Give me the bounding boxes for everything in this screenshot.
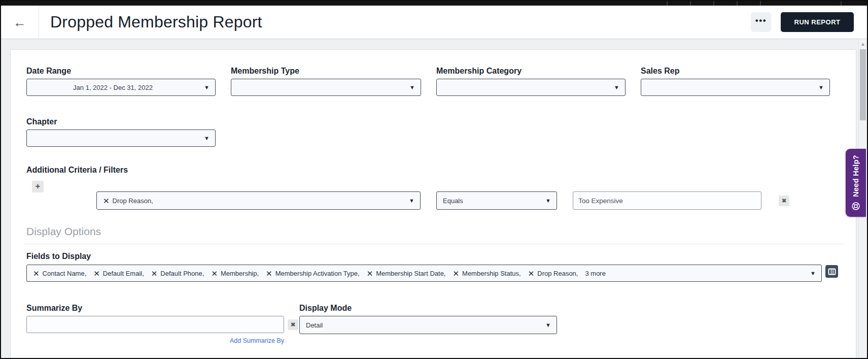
field-chip[interactable]: ✕ Membership Status, [453,270,520,277]
chevron-down-icon: ▼ [545,322,551,328]
summarize-by-input[interactable] [26,316,284,333]
remove-field-icon[interactable]: ✕ [33,270,40,277]
date-range-value: Jan 1, 2022 - Dec 31, 2022 [73,84,153,91]
criteria-field-select[interactable]: ✕ Drop Reason, ▼ [96,191,421,210]
field-chip[interactable]: ✕ Drop Reason, [528,270,578,277]
membership-type-select[interactable]: ▼ [231,79,421,96]
remove-field-icon[interactable]: ✕ [266,270,272,277]
back-arrow-icon: ← [13,16,26,29]
remove-field-icon[interactable]: ✕ [211,270,218,277]
chevron-down-icon: ▼ [614,84,619,90]
criteria-operator-select[interactable]: Equals ▼ [436,191,557,210]
tab-separator [713,1,714,6]
field-chip[interactable]: ✕ Membership Start Date, [367,270,446,277]
remove-criteria-row-button[interactable]: ✖ [779,195,789,206]
chapter-select[interactable]: ▼ [26,129,216,147]
date-range-label: Date Range [26,67,71,76]
fields-to-display-label: Fields to Display [26,252,91,261]
need-help-label: Need Help? [852,155,860,197]
tab-separator [737,1,738,6]
chevron-down-icon: ▼ [409,84,415,90]
add-summarize-by-link[interactable]: Add Summarize By [26,337,284,344]
field-chip[interactable]: ✕ Membership Activation Type, [266,270,360,277]
tab-separator [667,1,668,6]
sales-rep-label: Sales Rep [641,67,679,76]
sales-rep-select[interactable]: ▼ [641,79,830,96]
close-icon: ✖ [291,322,295,328]
chevron-down-icon: ▼ [818,84,824,90]
remove-field-icon[interactable]: ✕ [93,270,100,277]
tab-separator [690,1,691,6]
display-mode-label: Display Mode [299,304,352,313]
remove-criteria-field-icon[interactable]: ✕ [103,197,110,205]
section-divider [24,244,844,244]
remove-field-icon[interactable]: ✕ [151,270,158,277]
report-criteria-panel: Date Range Jan 1, 2022 - Dec 31, 2022 ▼ … [10,49,856,359]
browser-edge-bar [1,1,867,6]
additional-criteria-label: Additional Criteria / Filters [26,166,128,175]
page-title: Dropped Membership Report [50,13,262,31]
more-fields-indicator: 3 more [585,270,605,277]
criteria-operator-value: Equals [443,197,463,205]
field-chip[interactable]: ✕ Membership, [211,270,259,277]
date-range-select[interactable]: Jan 1, 2022 - Dec 31, 2022 ▼ [26,79,216,96]
ellipsis-icon: ••• [755,21,767,24]
display-mode-value: Detail [306,321,323,329]
field-chip[interactable]: ✕ Default Email, [93,270,144,277]
app-window: ← Dropped Membership Report ••• RUN REPO… [0,0,868,359]
run-report-button[interactable]: RUN REPORT [781,12,854,32]
more-options-button[interactable]: ••• [751,12,771,32]
chapter-label: Chapter [26,117,57,126]
plus-icon: + [36,182,40,191]
remove-field-icon[interactable]: ✕ [453,270,459,277]
criteria-field-value: Drop Reason, [113,197,153,205]
remove-field-icon[interactable]: ✕ [528,270,535,277]
tab-separator [841,1,842,6]
chevron-down-icon: ▼ [204,135,210,141]
chevron-down-icon: ▼ [810,270,816,276]
close-icon: ✖ [782,198,786,204]
chevron-down-icon: ▼ [204,84,210,90]
display-options-heading: Display Options [26,225,101,238]
field-chip[interactable]: ✕ Default Phone, [151,270,204,277]
column-settings-button[interactable] [825,265,838,278]
field-chip[interactable]: ✕ Contact Name, [33,270,86,277]
back-button[interactable]: ← [1,6,39,39]
chevron-down-icon: ▼ [545,198,551,204]
fields-to-display-select[interactable]: ✕ Contact Name, ✕ Default Email, ✕ Defau… [26,265,822,282]
add-criteria-button[interactable]: + [32,181,44,192]
table-columns-icon [828,268,836,275]
display-mode-select[interactable]: Detail ▼ [299,316,557,334]
report-header: ← Dropped Membership Report ••• RUN REPO… [1,6,867,39]
membership-category-label: Membership Category [436,67,522,76]
need-help-tab[interactable]: Need Help? [846,149,866,217]
criteria-value-input[interactable] [573,191,761,210]
chevron-down-icon: ▼ [409,198,414,204]
membership-category-select[interactable]: ▼ [436,79,626,96]
summarize-by-label: Summarize By [26,304,82,313]
tab-separator [760,1,761,6]
clear-summarize-button[interactable]: ✖ [288,319,298,330]
membership-type-label: Membership Type [231,67,299,76]
remove-field-icon[interactable]: ✕ [367,270,373,277]
help-lifebuoy-icon [851,202,860,211]
scrollbar-thumb[interactable] [860,49,866,120]
scroll-up-arrow-icon[interactable]: ▲ [860,41,865,47]
